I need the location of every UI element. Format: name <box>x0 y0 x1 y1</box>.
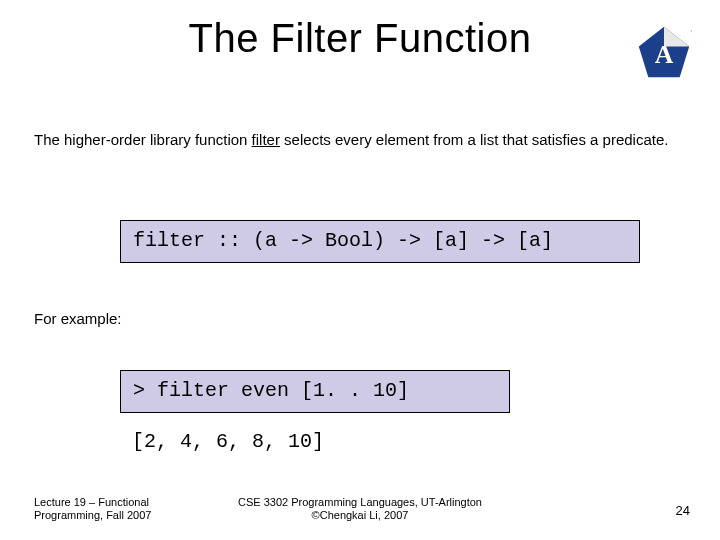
intro-text: The higher-order library function filter… <box>34 130 674 150</box>
svg-text:™: ™ <box>690 29 692 35</box>
footer-center-line1: CSE 3302 Programming Languages, UT-Arlin… <box>238 496 482 508</box>
intro-underlined: filter <box>252 131 280 148</box>
logo-icon: A ™ <box>636 24 692 80</box>
footer-center: CSE 3302 Programming Languages, UT-Arlin… <box>0 496 720 522</box>
intro-post: selects every element from a list that s… <box>280 131 669 148</box>
example-code-box: > filter even [1. . 10] <box>120 370 510 413</box>
svg-text:A: A <box>655 40 674 69</box>
example-label: For example: <box>34 310 122 327</box>
type-signature-box: filter :: (a -> Bool) -> [a] -> [a] <box>120 220 640 263</box>
intro-pre: The higher-order library function <box>34 131 252 148</box>
page-number: 24 <box>676 503 690 518</box>
footer-center-line2: ©Chengkai Li, 2007 <box>312 509 409 521</box>
slide: The Filter Function A ™ The higher-order… <box>0 0 720 540</box>
example-result: [2, 4, 6, 8, 10] <box>132 430 324 453</box>
page-title: The Filter Function <box>0 16 720 61</box>
